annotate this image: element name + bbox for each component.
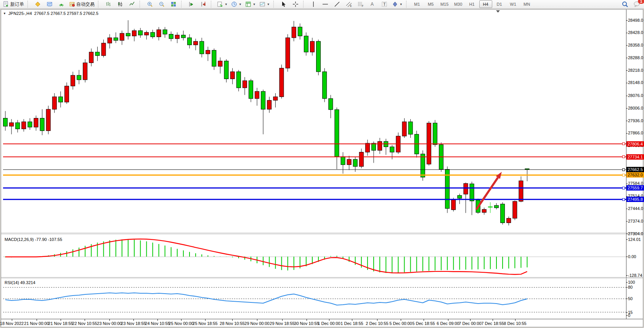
trendline-icon — [334, 1, 340, 7]
new-order-icon — [3, 1, 9, 7]
signals-icon — [58, 1, 64, 7]
toolbar-separator — [211, 1, 214, 8]
svg-text:E: E — [350, 5, 352, 7]
notification-badge: 1 — [638, 0, 644, 4]
timeframe-M15[interactable]: M15 — [438, 0, 451, 8]
timeframe-W1[interactable]: W1 — [507, 0, 520, 8]
signals-button[interactable] — [56, 0, 67, 8]
toolbar-separator — [27, 1, 31, 8]
svg-text:F: F — [362, 5, 363, 7]
new-chart-icon — [245, 1, 251, 7]
horizontal-line-icon — [322, 1, 328, 7]
zoom-in-button[interactable] — [144, 0, 156, 8]
market-watch-button[interactable] — [44, 0, 55, 8]
zoom-out-button[interactable] — [156, 0, 167, 8]
timeframe-group: M1M5M15M30H1H4D1W1MN — [411, 0, 533, 8]
autotrade-label: 自动交易 — [76, 1, 95, 8]
search-icon — [622, 1, 628, 8]
timeframe-H4[interactable]: H4 — [479, 0, 492, 8]
cursor-icon — [281, 1, 287, 7]
horizontal-line-button[interactable] — [320, 0, 331, 8]
chat-button[interactable]: 1 — [631, 0, 642, 8]
new-chart-button[interactable]: ▼ — [244, 0, 257, 8]
autotrade-button[interactable]: 自动交易 — [67, 0, 96, 8]
svg-text:A: A — [371, 2, 374, 7]
crosshair-icon — [292, 1, 299, 7]
line-chart-type-button[interactable] — [126, 0, 138, 8]
timeframe-D1[interactable]: D1 — [493, 0, 506, 8]
line-chart-type-icon — [129, 1, 135, 7]
tile-windows-button[interactable] — [168, 0, 179, 8]
periods-button[interactable]: ▼ — [230, 0, 243, 8]
timeframe-M1[interactable]: M1 — [411, 0, 424, 8]
text-button[interactable]: A — [367, 0, 378, 8]
toolbar-separator — [181, 1, 184, 8]
chart-shift-button[interactable] — [198, 0, 209, 8]
text-label-button[interactable]: T — [379, 0, 390, 8]
periods-clock-icon — [231, 1, 237, 7]
toolbar-separator — [140, 1, 143, 8]
toolbar-separator — [406, 1, 409, 8]
crosshair-button[interactable] — [290, 0, 301, 8]
main-toolbar: 新订单 自动交易 — [0, 0, 644, 9]
new-order-button[interactable]: 新订单 — [2, 0, 26, 8]
chart-window — [1, 9, 643, 327]
timeframe-M5[interactable]: M5 — [424, 0, 437, 8]
mt4-application: 新订单 自动交易 — [0, 0, 644, 328]
trendline-button[interactable] — [331, 0, 343, 8]
timeframe-H1[interactable]: H1 — [466, 0, 479, 8]
autotrade-icon — [69, 1, 75, 7]
candle-chart-type-icon — [117, 1, 123, 7]
dropdown-caret: ▼ — [225, 3, 228, 6]
auto-scroll-button[interactable] — [186, 0, 197, 8]
vertical-line-icon — [311, 1, 316, 7]
indicators-button[interactable]: ▼ — [215, 0, 229, 8]
auto-scroll-icon — [188, 1, 194, 7]
candle-chart-type-button[interactable] — [114, 0, 126, 8]
zoom-in-icon — [147, 1, 153, 7]
timeframe-MN[interactable]: MN — [520, 0, 533, 8]
vertical-line-button[interactable] — [308, 0, 319, 8]
bar-chart-type-icon — [105, 1, 111, 7]
shapes-button[interactable]: ▼ — [390, 0, 404, 8]
indicators-icon — [217, 1, 223, 7]
search-button[interactable] — [619, 0, 631, 8]
fibonacci-icon: F — [357, 1, 364, 7]
toolbar-separator — [303, 1, 306, 8]
market-watch-icon — [47, 1, 53, 7]
dropdown-caret: ▼ — [400, 3, 403, 6]
new-order-label: 新订单 — [10, 1, 24, 8]
profile-button[interactable] — [32, 0, 43, 8]
profile-icon — [35, 1, 41, 7]
dropdown-caret: ▼ — [267, 3, 270, 6]
zoom-out-icon — [159, 1, 165, 7]
cursor-button[interactable] — [278, 0, 289, 8]
fibonacci-button[interactable]: F — [355, 0, 366, 8]
shapes-icon — [392, 1, 398, 7]
templates-icon — [259, 1, 265, 7]
dropdown-caret: ▼ — [239, 3, 242, 6]
tile-windows-icon — [170, 1, 177, 7]
equidistant-channel-button[interactable]: E — [343, 0, 355, 8]
dropdown-caret: ▼ — [253, 3, 256, 6]
toolbar-separator — [273, 1, 276, 8]
text-label-icon: T — [381, 1, 387, 7]
equidistant-channel-icon: E — [345, 1, 352, 7]
svg-text:T: T — [383, 2, 386, 6]
bar-chart-type-button[interactable] — [103, 0, 114, 8]
chart-shift-icon — [200, 1, 206, 7]
toolbar-separator — [98, 1, 101, 8]
text-icon: A — [370, 1, 375, 7]
templates-button[interactable]: ▼ — [258, 0, 271, 8]
timeframe-M30[interactable]: M30 — [452, 0, 465, 8]
